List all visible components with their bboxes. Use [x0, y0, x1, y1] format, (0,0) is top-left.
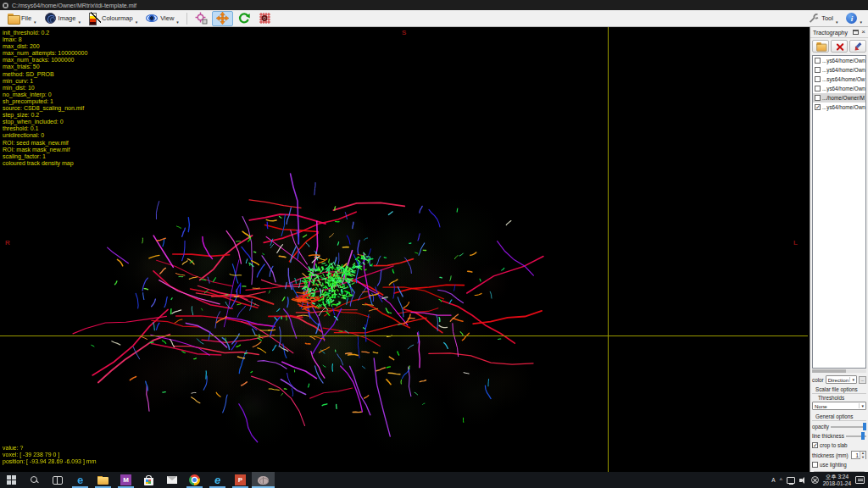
chevron-down-icon: ▾: [859, 403, 865, 408]
orientation-label-superior: S: [402, 29, 406, 36]
focus-mode-button[interactable]: [191, 11, 212, 26]
taskbar-powerpoint[interactable]: P: [229, 472, 252, 488]
track-file-row[interactable]: ...ys64/home/Own: [813, 84, 865, 93]
draw-roi-button[interactable]: [849, 40, 866, 53]
track-file-row[interactable]: .../home/Owner/M: [813, 93, 865, 103]
param-line: unidirectional: 0: [3, 132, 87, 139]
task-view-button[interactable]: [46, 472, 69, 488]
opacity-slider[interactable]: [831, 423, 866, 430]
pan-mode-button[interactable]: [212, 11, 233, 26]
chevron-down-icon: ▾: [34, 19, 36, 25]
taskbar-clock[interactable]: 오후 3:24 2018-01-24: [823, 474, 851, 487]
tray-expand-caret[interactable]: ^: [780, 477, 782, 483]
wrench-icon: [809, 14, 819, 24]
info-button[interactable]: i ▾: [842, 11, 866, 26]
taskbar-mail[interactable]: [160, 472, 183, 488]
thickness-label: thickness (mm): [812, 452, 849, 458]
track-file-checkbox[interactable]: [815, 95, 821, 101]
opacity-label: opacity: [812, 424, 829, 430]
chevron-down-icon: ▾: [176, 19, 179, 25]
tractography-canvas[interactable]: [71, 172, 545, 464]
use-lighting-label: use lighting: [820, 462, 847, 468]
thickness-value: 1: [852, 452, 860, 458]
use-lighting-checkbox[interactable]: [812, 462, 818, 468]
taskbar-edge[interactable]: e: [69, 472, 92, 488]
taskbar-internet-explorer[interactable]: e: [206, 472, 229, 488]
open-tracks-button[interactable]: [812, 40, 829, 53]
render-viewport[interactable]: init_threshold: 0.2lmax: 8max_dist: 200m…: [0, 27, 868, 472]
track-file-label: ...ys64/home/Own: [822, 67, 865, 73]
track-file-label: ...sys64/home/Ow: [822, 76, 865, 82]
list-horizontal-scrollbar[interactable]: [812, 369, 866, 373]
param-line: step_size: 0.2: [3, 112, 87, 119]
color-label: color: [812, 377, 824, 383]
crop-to-slab-checkbox[interactable]: ✓: [812, 442, 818, 448]
taskbar-chrome[interactable]: [183, 472, 206, 488]
ime-indicator[interactable]: A: [771, 477, 775, 483]
chrome-icon: [189, 474, 200, 485]
thresholds-combobox[interactable]: None ▾: [812, 402, 866, 410]
roi-grid-button[interactable]: [254, 11, 275, 26]
colourmap-menu-button[interactable]: Colourmap ▾: [85, 11, 142, 26]
taskbar-m-app[interactable]: M: [114, 472, 137, 488]
open-folder-icon: [816, 42, 825, 50]
titlebar: C:/msys64/home/Owner/MRtrix\tdi-template…: [0, 0, 868, 10]
track-file-checkbox[interactable]: ✓: [815, 104, 821, 110]
param-line: max_num_attempts: 100000000: [3, 50, 87, 57]
thresholds-label: Thresholds: [818, 395, 844, 401]
track-file-row[interactable]: ...ys64/home/Own: [813, 56, 865, 65]
color-swatch-button[interactable]: –: [859, 376, 866, 384]
general-group-label: General options: [815, 413, 853, 419]
status-circle-x-icon[interactable]: [811, 476, 819, 484]
rotate-mode-button[interactable]: [233, 11, 254, 26]
track-file-checkbox[interactable]: [815, 86, 821, 92]
mrview-brain-icon: [258, 476, 269, 485]
crop-to-slab-label: crop to slab: [820, 442, 848, 448]
view-menu-button[interactable]: View ▾: [142, 11, 183, 26]
taskbar-mrview-active[interactable]: [252, 472, 275, 488]
view-menu-label: View: [160, 14, 174, 22]
taskbar-store[interactable]: [137, 472, 160, 488]
track-file-checkbox[interactable]: [815, 76, 821, 82]
toolbar-separator: [186, 13, 187, 25]
spin-down-icon[interactable]: ▼: [860, 456, 865, 460]
file-menu-label: File: [21, 14, 31, 22]
network-icon[interactable]: [787, 477, 795, 484]
track-file-row[interactable]: ...sys64/home/Ow: [813, 75, 865, 84]
app-icon: [3, 3, 8, 8]
track-file-checkbox[interactable]: [815, 67, 821, 73]
file-menu-button[interactable]: File ▾: [3, 11, 41, 26]
action-center-icon[interactable]: [855, 476, 865, 484]
close-panel-icon[interactable]: ×: [861, 30, 865, 35]
track-file-list[interactable]: ...ys64/home/Own...ys64/home/Own...sys64…: [812, 55, 866, 369]
dock-header[interactable]: Tractography ×: [810, 27, 868, 38]
track-parameters-text: init_threshold: 0.2lmax: 8max_dist: 200m…: [3, 30, 87, 167]
track-file-label: .../home/Owner/M: [822, 95, 865, 101]
track-file-row[interactable]: ✓...ys64/home/Own: [813, 103, 865, 112]
float-panel-icon[interactable]: [853, 30, 859, 35]
track-file-row[interactable]: ...ys64/home/Own: [813, 65, 865, 75]
speaker-icon[interactable]: [799, 476, 807, 484]
tool-menu-button[interactable]: Tool ▾: [804, 11, 842, 26]
thickness-spinbox[interactable]: 1 ▲ ▼: [851, 451, 866, 459]
color-mode-combobox[interactable]: Direction ▾: [826, 375, 857, 384]
crosshair-horizontal: [0, 336, 808, 336]
close-tracks-button[interactable]: [831, 40, 848, 53]
param-line: min_curv: 1: [3, 78, 87, 85]
param-line: method: SD_PROB: [3, 71, 87, 78]
param-line: max_num_tracks: 1000000: [3, 57, 87, 64]
image-menu-button[interactable]: Image ▾: [41, 11, 85, 26]
crosshair-vertical: [608, 27, 609, 472]
folder-icon: [8, 14, 19, 23]
track-file-label: ...ys64/home/Own: [822, 104, 865, 110]
file-explorer-icon: [97, 476, 108, 485]
search-icon: [30, 475, 39, 485]
taskbar-search-button[interactable]: [23, 472, 46, 488]
track-file-checkbox[interactable]: [815, 58, 821, 64]
taskbar-file-explorer[interactable]: [92, 472, 114, 488]
start-button[interactable]: [0, 472, 23, 488]
cursor-status-text: value: ? voxel: [ -39 238 79 0 ] positio…: [3, 445, 97, 466]
chevron-down-icon: ▾: [836, 19, 838, 25]
line-thickness-slider[interactable]: [846, 432, 866, 440]
param-line: ROI: mask mask_new.mif: [3, 147, 87, 153]
